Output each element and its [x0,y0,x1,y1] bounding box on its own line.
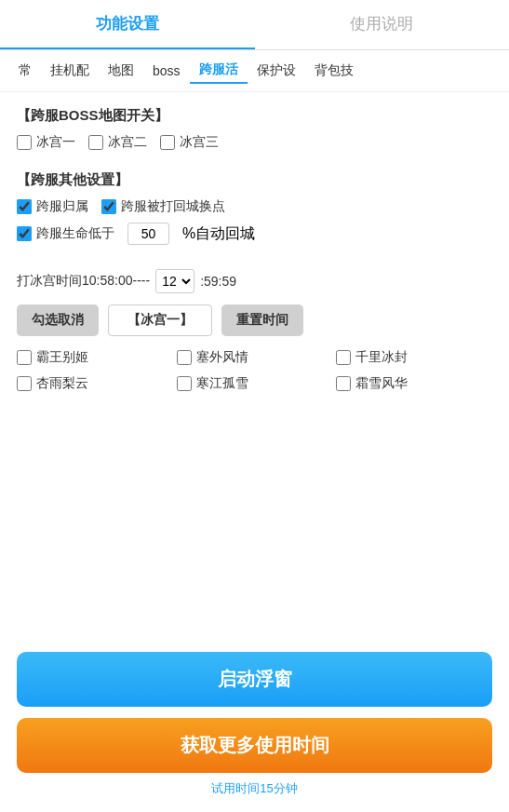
reset-time-button[interactable]: 重置时间 [221,304,303,336]
map-name-item-千里冰封[interactable]: 千里冰封 [336,349,492,366]
tab-features[interactable]: 功能设置 [0,0,255,49]
map-name-label: 寒江孤雪 [196,375,248,392]
map-name-item-杏雨梨云[interactable]: 杏雨梨云 [17,375,173,392]
checkbox-map-霸王别姬[interactable] [17,350,32,365]
checkbox-boss-冰宫三[interactable] [160,135,175,150]
checkbox-return-attr[interactable] [17,199,32,214]
checkbox-map-杏雨梨云[interactable] [17,376,32,391]
subnav-item-跨服活[interactable]: 跨服活 [190,58,248,84]
cancel-select-button[interactable]: 勾选取消 [17,304,99,336]
subnav-item-背包技[interactable]: 背包技 [305,59,363,83]
return-attr-label: 跨服归属 [36,198,88,215]
time-suffix: :59:59 [200,274,236,289]
option-life-auto[interactable]: 跨服生命低于 [17,225,114,242]
subnav-item-地图[interactable]: 地图 [99,59,143,83]
option-return-attr[interactable]: 跨服归属 [17,198,88,215]
map-name-label: 千里冰封 [355,349,408,366]
map-name-item-霸王别姬[interactable]: 霸王别姬 [17,349,173,366]
time-prefix: 打冰宫时间10:58:00---- [17,273,150,290]
time-row: 打冰宫时间10:58:00---- 1011121314151617181920… [17,269,492,293]
map-name-label: 霸王别姬 [36,349,88,366]
boss-map-label: 冰宫三 [180,134,219,151]
hour-select[interactable]: 1011121314151617181920212223 [155,269,194,293]
bottom-section: 启动浮窗 获取更多使用时间 试用时间15分钟 [0,639,509,812]
current-map-label: 【冰宫一】 [108,304,212,336]
tab-instructions[interactable]: 使用说明 [255,0,510,49]
boss-map-label: 冰宫一 [36,134,75,151]
map-name-item-寒江孤雪[interactable]: 寒江孤雪 [177,375,333,392]
map-names-grid: 霸王别姬塞外风情千里冰封杏雨梨云寒江孤雪霜雪风华 [17,349,492,392]
get-time-button[interactable]: 获取更多使用时间 [17,718,492,773]
boss-map-title: 【跨服BOSS地图开关】 [17,107,492,125]
subnav-item-挂机配[interactable]: 挂机配 [41,59,99,83]
main-content: 【跨服BOSS地图开关】 冰宫一冰宫二冰宫三 【跨服其他设置】 跨服归属 跨服被… [0,92,509,639]
trial-text: 试用时间15分钟 [17,780,492,805]
subnav-item-保护设[interactable]: 保护设 [248,59,305,83]
map-name-item-霜雪风华[interactable]: 霜雪风华 [336,375,492,392]
subnav-item-boss[interactable]: boss [143,60,190,82]
start-float-button[interactable]: 启动浮窗 [17,652,492,707]
checkbox-map-塞外风情[interactable] [177,350,192,365]
tab-header: 功能设置 使用说明 [0,0,509,50]
sub-nav: 常挂机配地图boss跨服活保护设背包技 [0,50,509,92]
checkbox-map-霜雪风华[interactable] [336,376,351,391]
checkbox-boss-冰宫一[interactable] [17,135,32,150]
other-settings-row2: 跨服生命低于 %自动回城 [17,223,492,245]
return-city-label: 跨服被打回城换点 [121,198,225,215]
checkbox-life-auto[interactable] [17,226,32,241]
life-value-input[interactable] [127,223,169,245]
life-auto-label: 跨服生命低于 [36,225,114,242]
boss-map-item-冰宫一[interactable]: 冰宫一 [17,134,75,151]
boss-map-item-冰宫三[interactable]: 冰宫三 [160,134,219,151]
life-suffix: %自动回城 [182,224,255,244]
option-return-city[interactable]: 跨服被打回城换点 [101,198,225,215]
other-settings-row1: 跨服归属 跨服被打回城换点 [17,198,492,215]
checkbox-boss-冰宫二[interactable] [88,135,103,150]
map-name-label: 杏雨梨云 [36,375,88,392]
other-settings-title: 【跨服其他设置】 [17,171,492,189]
map-name-label: 塞外风情 [196,349,248,366]
map-name-item-塞外风情[interactable]: 塞外风情 [177,349,333,366]
action-btn-row: 勾选取消 【冰宫一】 重置时间 [17,304,492,336]
boss-map-label: 冰宫二 [108,134,147,151]
subnav-item-常[interactable]: 常 [9,59,41,83]
checkbox-map-寒江孤雪[interactable] [177,376,192,391]
boss-map-item-冰宫二[interactable]: 冰宫二 [88,134,147,151]
checkbox-map-千里冰封[interactable] [336,350,351,365]
boss-map-row: 冰宫一冰宫二冰宫三 [17,134,492,151]
map-name-label: 霜雪风华 [355,375,408,392]
checkbox-return-city[interactable] [101,199,116,214]
